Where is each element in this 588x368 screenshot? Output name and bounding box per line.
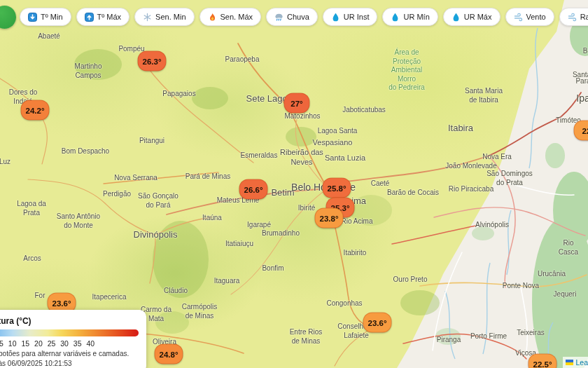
legend-title: Temperatura (°C) — [0, 316, 139, 326]
map-label: Papagaios — [162, 90, 195, 99]
map-label: Urucânia — [538, 270, 566, 279]
map-label: Jaboticatubas — [342, 106, 386, 115]
map-label: Alvinópolis — [475, 221, 509, 230]
layer-button-ur-inst[interactable]: UR Inst — [323, 8, 378, 26]
temp-up-icon — [85, 13, 94, 22]
map-label: Matozinhos — [284, 112, 320, 121]
map-label: Lagoa Santa — [318, 127, 358, 136]
temperature-marker[interactable]: 27° — [284, 93, 310, 114]
map-label: Barão de Cocais — [387, 189, 439, 198]
map-label: Jequeri — [554, 290, 577, 299]
legend-updated-timestamp: Atualizado às 06/09/2025 10:21:53 — [0, 360, 139, 367]
temperature-marker[interactable]: 22.5° — [528, 354, 557, 368]
map-label: Itatiaiuçu — [225, 240, 253, 249]
map-label: Divinópolis — [134, 229, 178, 240]
map-label: Ipa — [576, 93, 588, 105]
layer-button-label: UR Mín — [403, 13, 429, 21]
layer-button-label: UR Inst — [344, 13, 370, 21]
map-label: Bonfim — [262, 264, 284, 273]
map-label: São Domingos do Prata — [486, 170, 533, 187]
map-label: Luz — [0, 158, 10, 167]
map-label: Congonhas — [326, 299, 362, 308]
map-label: Pará de Minas — [186, 172, 230, 182]
temperature-marker[interactable]: 24.2° — [21, 100, 50, 121]
map-label: Vespasiano — [313, 138, 353, 148]
temperature-marker[interactable]: 26.3° — [138, 51, 167, 71]
snowflake-icon — [143, 13, 152, 22]
map-label: Brumadinho — [262, 229, 300, 238]
wind-icon — [568, 13, 577, 22]
droplet-icon — [391, 13, 400, 22]
map-label: Perdigão — [103, 190, 131, 199]
layer-button-rajadas[interactable]: Rajadas — [559, 8, 588, 26]
map-label: São Gonçalo do Pará — [138, 192, 178, 210]
map-label: B — [583, 47, 588, 56]
layer-button-sen-m-x[interactable]: Sen. Máx — [200, 8, 261, 26]
droplet-icon — [331, 13, 340, 22]
map-label: Ribeirão das Neves — [280, 148, 323, 168]
map-label: Arcos — [23, 254, 41, 264]
layer-button-ur-m-n[interactable]: UR Mín — [382, 8, 438, 26]
map-attribution: Leaflet — [563, 357, 588, 368]
layer-button-label: Tº Máx — [97, 13, 122, 21]
temperature-marker[interactable]: 24.8° — [155, 344, 183, 364]
map-label: Teixeiras — [517, 329, 544, 338]
map-label: Área de Proteção Ambiental Morro do Pedr… — [388, 48, 425, 93]
layer-button-vento[interactable]: Vento — [505, 8, 554, 26]
rain-cloud-icon — [274, 13, 284, 22]
map-label: Igarapé — [247, 221, 271, 230]
map-label: Entre Rios de Minas — [290, 328, 323, 346]
layer-button-chuva[interactable]: Chuva — [266, 8, 318, 26]
map-label: Itabira — [448, 123, 473, 134]
map-label: Ouro Preto — [393, 275, 428, 285]
temperature-marker[interactable]: 26.6° — [239, 179, 268, 200]
leaflet-link[interactable]: Leaflet — [575, 358, 588, 367]
map-label: Cláudio — [164, 287, 188, 296]
flame-icon — [208, 13, 217, 22]
layer-button-label: Chuva — [287, 13, 309, 21]
map-label: For — [35, 292, 46, 301]
layer-button-t-min[interactable]: Tº Min — [20, 8, 71, 26]
layer-button-label: Rajadas — [580, 13, 588, 21]
map-label: Itaguara — [214, 277, 240, 286]
map-label: Esmeraldas — [241, 151, 278, 161]
layer-button-sen-min[interactable]: Sen. Min — [134, 8, 194, 26]
layer-button-label: Tº Min — [41, 13, 63, 21]
legend-scale: -10 -5 0 5 10 15 20 25 30 35 40 — [0, 339, 139, 348]
layer-button-label: Sen. Min — [155, 13, 186, 21]
map-label: Rio Acima — [341, 217, 372, 226]
temperature-marker[interactable]: 25.8° — [323, 178, 351, 198]
weather-map-app: Tº MinTº MáxSen. MinSen. MáxChuvaUR Inst… — [0, 0, 588, 368]
temp-down-icon — [28, 13, 37, 22]
map-label: Itabirito — [344, 249, 367, 258]
temperature-marker[interactable]: 23.6° — [363, 313, 392, 333]
layer-toolbar: Tº MinTº MáxSen. MinSen. MáxChuvaUR Inst… — [20, 8, 588, 26]
map-label: Piranga — [437, 336, 461, 345]
map-label: Bom Despacho — [62, 147, 109, 156]
layer-button-ur-m-x[interactable]: UR Máx — [443, 8, 500, 26]
map-label: Ponte Nova — [503, 282, 539, 291]
map-label: Lagoa da Prata — [17, 200, 46, 217]
map-label: Abaeté — [38, 32, 60, 41]
map-label: Porto Firme — [470, 332, 507, 341]
map-label: Rio Casca — [559, 239, 578, 257]
temperature-marker[interactable]: 23.8° — [315, 208, 344, 229]
layer-button-t-m-x[interactable]: Tº Máx — [76, 8, 130, 26]
ukraine-flag-icon — [566, 360, 573, 365]
droplet-icon — [451, 13, 461, 22]
wind-icon — [514, 13, 523, 22]
map-label: Pitangui — [139, 137, 164, 146]
map-label: Paraopeba — [225, 55, 260, 64]
map-label: Santo Antônio do Monte — [57, 212, 100, 230]
temperature-marker[interactable]: 22 — [574, 121, 588, 141]
map-label: Carmópolis de Minas — [182, 303, 218, 320]
map-label: Santa Maria de Itabira — [465, 87, 503, 104]
layer-button-label: Sen. Máx — [220, 13, 253, 21]
map-label: Itapecerica — [92, 293, 127, 302]
legend-gradient-bar — [0, 329, 139, 336]
legend-hint: Clique nos botões para alternar variávei… — [0, 350, 139, 357]
layer-button-label: UR Máx — [464, 13, 492, 21]
map-label: Para — [575, 77, 588, 86]
map-label: Itaúna — [202, 214, 222, 223]
map-label: Santa Luzia — [325, 154, 365, 163]
